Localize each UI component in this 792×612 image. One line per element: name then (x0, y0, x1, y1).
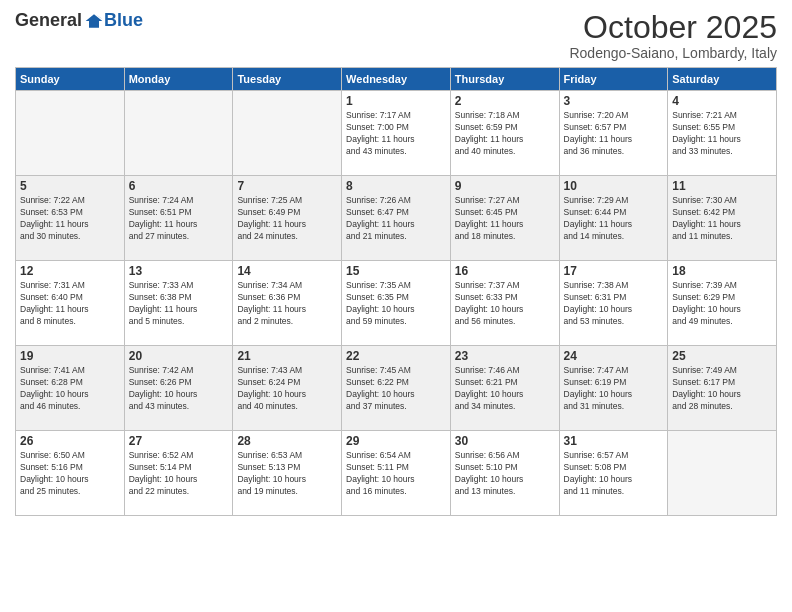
calendar-header-row: Sunday Monday Tuesday Wednesday Thursday… (16, 68, 777, 91)
day-info: Sunrise: 6:50 AM Sunset: 5:16 PM Dayligh… (20, 450, 120, 498)
calendar-cell: 10Sunrise: 7:29 AM Sunset: 6:44 PM Dayli… (559, 176, 668, 261)
day-number: 5 (20, 179, 120, 193)
col-header-wednesday: Wednesday (342, 68, 451, 91)
day-number: 24 (564, 349, 664, 363)
logo: General Blue (15, 10, 143, 31)
day-info: Sunrise: 7:18 AM Sunset: 6:59 PM Dayligh… (455, 110, 555, 158)
day-info: Sunrise: 7:21 AM Sunset: 6:55 PM Dayligh… (672, 110, 772, 158)
day-number: 9 (455, 179, 555, 193)
calendar-cell: 31Sunrise: 6:57 AM Sunset: 5:08 PM Dayli… (559, 431, 668, 516)
location-title: Rodengo-Saiano, Lombardy, Italy (569, 45, 777, 61)
calendar-cell (233, 91, 342, 176)
col-header-friday: Friday (559, 68, 668, 91)
day-number: 3 (564, 94, 664, 108)
calendar-cell: 8Sunrise: 7:26 AM Sunset: 6:47 PM Daylig… (342, 176, 451, 261)
day-info: Sunrise: 6:54 AM Sunset: 5:11 PM Dayligh… (346, 450, 446, 498)
day-number: 20 (129, 349, 229, 363)
svg-marker-0 (86, 14, 103, 27)
calendar-cell: 13Sunrise: 7:33 AM Sunset: 6:38 PM Dayli… (124, 261, 233, 346)
day-info: Sunrise: 7:39 AM Sunset: 6:29 PM Dayligh… (672, 280, 772, 328)
day-number: 29 (346, 434, 446, 448)
calendar-cell: 18Sunrise: 7:39 AM Sunset: 6:29 PM Dayli… (668, 261, 777, 346)
calendar-row-4: 26Sunrise: 6:50 AM Sunset: 5:16 PM Dayli… (16, 431, 777, 516)
day-number: 13 (129, 264, 229, 278)
day-number: 21 (237, 349, 337, 363)
day-info: Sunrise: 6:53 AM Sunset: 5:13 PM Dayligh… (237, 450, 337, 498)
calendar-cell: 29Sunrise: 6:54 AM Sunset: 5:11 PM Dayli… (342, 431, 451, 516)
calendar-row-2: 12Sunrise: 7:31 AM Sunset: 6:40 PM Dayli… (16, 261, 777, 346)
calendar-cell: 30Sunrise: 6:56 AM Sunset: 5:10 PM Dayli… (450, 431, 559, 516)
day-number: 19 (20, 349, 120, 363)
calendar-cell (668, 431, 777, 516)
logo-blue-text: Blue (104, 10, 143, 31)
day-info: Sunrise: 7:27 AM Sunset: 6:45 PM Dayligh… (455, 195, 555, 243)
day-info: Sunrise: 7:29 AM Sunset: 6:44 PM Dayligh… (564, 195, 664, 243)
calendar-cell: 27Sunrise: 6:52 AM Sunset: 5:14 PM Dayli… (124, 431, 233, 516)
day-number: 27 (129, 434, 229, 448)
day-number: 14 (237, 264, 337, 278)
calendar-cell: 2Sunrise: 7:18 AM Sunset: 6:59 PM Daylig… (450, 91, 559, 176)
col-header-sunday: Sunday (16, 68, 125, 91)
col-header-thursday: Thursday (450, 68, 559, 91)
day-number: 7 (237, 179, 337, 193)
day-info: Sunrise: 7:41 AM Sunset: 6:28 PM Dayligh… (20, 365, 120, 413)
day-info: Sunrise: 6:52 AM Sunset: 5:14 PM Dayligh… (129, 450, 229, 498)
logo-general-text: General (15, 10, 82, 31)
day-number: 25 (672, 349, 772, 363)
day-number: 31 (564, 434, 664, 448)
col-header-monday: Monday (124, 68, 233, 91)
calendar-cell: 4Sunrise: 7:21 AM Sunset: 6:55 PM Daylig… (668, 91, 777, 176)
day-info: Sunrise: 7:17 AM Sunset: 7:00 PM Dayligh… (346, 110, 446, 158)
day-info: Sunrise: 7:38 AM Sunset: 6:31 PM Dayligh… (564, 280, 664, 328)
calendar-cell (124, 91, 233, 176)
calendar-cell: 3Sunrise: 7:20 AM Sunset: 6:57 PM Daylig… (559, 91, 668, 176)
day-info: Sunrise: 7:33 AM Sunset: 6:38 PM Dayligh… (129, 280, 229, 328)
day-info: Sunrise: 7:43 AM Sunset: 6:24 PM Dayligh… (237, 365, 337, 413)
day-number: 1 (346, 94, 446, 108)
month-title: October 2025 (569, 10, 777, 45)
calendar-cell: 15Sunrise: 7:35 AM Sunset: 6:35 PM Dayli… (342, 261, 451, 346)
day-info: Sunrise: 7:24 AM Sunset: 6:51 PM Dayligh… (129, 195, 229, 243)
calendar-cell: 1Sunrise: 7:17 AM Sunset: 7:00 PM Daylig… (342, 91, 451, 176)
day-number: 10 (564, 179, 664, 193)
calendar-cell: 19Sunrise: 7:41 AM Sunset: 6:28 PM Dayli… (16, 346, 125, 431)
calendar-cell: 22Sunrise: 7:45 AM Sunset: 6:22 PM Dayli… (342, 346, 451, 431)
calendar-cell: 6Sunrise: 7:24 AM Sunset: 6:51 PM Daylig… (124, 176, 233, 261)
calendar-cell (16, 91, 125, 176)
day-number: 12 (20, 264, 120, 278)
header: General Blue October 2025 Rodengo-Saiano… (15, 10, 777, 61)
calendar-cell: 7Sunrise: 7:25 AM Sunset: 6:49 PM Daylig… (233, 176, 342, 261)
day-info: Sunrise: 7:47 AM Sunset: 6:19 PM Dayligh… (564, 365, 664, 413)
day-number: 6 (129, 179, 229, 193)
col-header-tuesday: Tuesday (233, 68, 342, 91)
calendar-cell: 9Sunrise: 7:27 AM Sunset: 6:45 PM Daylig… (450, 176, 559, 261)
calendar-cell: 21Sunrise: 7:43 AM Sunset: 6:24 PM Dayli… (233, 346, 342, 431)
day-number: 17 (564, 264, 664, 278)
day-info: Sunrise: 7:45 AM Sunset: 6:22 PM Dayligh… (346, 365, 446, 413)
day-number: 8 (346, 179, 446, 193)
day-info: Sunrise: 7:25 AM Sunset: 6:49 PM Dayligh… (237, 195, 337, 243)
calendar-cell: 14Sunrise: 7:34 AM Sunset: 6:36 PM Dayli… (233, 261, 342, 346)
logo-icon (84, 11, 104, 31)
calendar-cell: 12Sunrise: 7:31 AM Sunset: 6:40 PM Dayli… (16, 261, 125, 346)
day-number: 22 (346, 349, 446, 363)
day-number: 28 (237, 434, 337, 448)
calendar-cell: 26Sunrise: 6:50 AM Sunset: 5:16 PM Dayli… (16, 431, 125, 516)
calendar-cell: 11Sunrise: 7:30 AM Sunset: 6:42 PM Dayli… (668, 176, 777, 261)
day-info: Sunrise: 6:57 AM Sunset: 5:08 PM Dayligh… (564, 450, 664, 498)
calendar-cell: 5Sunrise: 7:22 AM Sunset: 6:53 PM Daylig… (16, 176, 125, 261)
day-info: Sunrise: 7:31 AM Sunset: 6:40 PM Dayligh… (20, 280, 120, 328)
day-info: Sunrise: 7:46 AM Sunset: 6:21 PM Dayligh… (455, 365, 555, 413)
calendar-cell: 20Sunrise: 7:42 AM Sunset: 6:26 PM Dayli… (124, 346, 233, 431)
day-number: 23 (455, 349, 555, 363)
day-number: 26 (20, 434, 120, 448)
day-number: 15 (346, 264, 446, 278)
day-info: Sunrise: 7:20 AM Sunset: 6:57 PM Dayligh… (564, 110, 664, 158)
col-header-saturday: Saturday (668, 68, 777, 91)
day-number: 11 (672, 179, 772, 193)
day-info: Sunrise: 6:56 AM Sunset: 5:10 PM Dayligh… (455, 450, 555, 498)
calendar-cell: 24Sunrise: 7:47 AM Sunset: 6:19 PM Dayli… (559, 346, 668, 431)
calendar-cell: 25Sunrise: 7:49 AM Sunset: 6:17 PM Dayli… (668, 346, 777, 431)
day-number: 4 (672, 94, 772, 108)
day-info: Sunrise: 7:49 AM Sunset: 6:17 PM Dayligh… (672, 365, 772, 413)
